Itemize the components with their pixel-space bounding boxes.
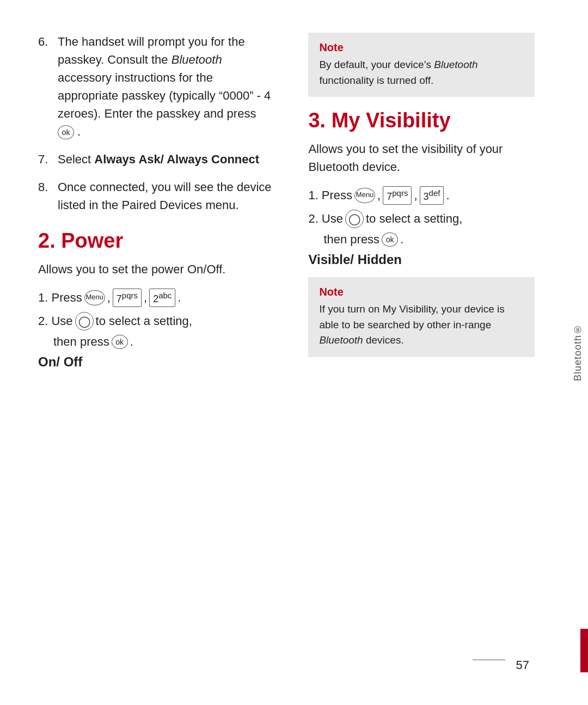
key-3def: 3def bbox=[420, 186, 444, 205]
menu-key-vis: Menu bbox=[354, 188, 375, 203]
visibility-options: Visible/ Hidden bbox=[308, 252, 535, 267]
section-visibility-desc: Allows you to set the visibility of your… bbox=[308, 140, 535, 176]
note-box-1: Note By default, your device’s Bluetooth… bbox=[308, 33, 535, 97]
visibility-step2-suffix: to select a setting, bbox=[366, 209, 462, 228]
page-number: 57 bbox=[516, 658, 535, 672]
vis-comma1: , bbox=[377, 186, 381, 205]
ok-button-icon: ok bbox=[58, 125, 74, 139]
power-step1-prefix: 1. Press bbox=[38, 288, 82, 307]
note-1-label: Note bbox=[319, 41, 524, 54]
key-2abc: 2abc bbox=[149, 289, 175, 307]
then-label-vis: then press bbox=[323, 232, 379, 247]
power-options: On/ Off bbox=[38, 354, 275, 370]
list-item-7: 7. Select Always Ask/ Always Connect bbox=[38, 150, 275, 168]
period2: . bbox=[130, 335, 133, 349]
visibility-step1-prefix: 1. Press bbox=[308, 186, 352, 205]
item-8-text: Once connected, you will see the device … bbox=[58, 178, 275, 214]
key-7pqrs-vis: 7pqrs bbox=[383, 186, 412, 205]
item-6-num: 6. bbox=[38, 33, 58, 140]
power-step2-line: 2. Use ◯ to select a setting, bbox=[38, 311, 275, 330]
visibility-step2-line: 2. Use ◯ to select a setting, bbox=[308, 209, 535, 228]
ok-icon-vis: ok bbox=[382, 232, 398, 247]
comma1: , bbox=[107, 288, 111, 307]
item-7-text: Select Always Ask/ Always Connect bbox=[58, 150, 259, 168]
comma2: , bbox=[144, 288, 147, 307]
visibility-step2-then: then press ok . bbox=[323, 232, 535, 247]
section-visibility: 3. My Visibility Allows you to set the v… bbox=[308, 109, 535, 267]
sidebar-label: Bluetooth® bbox=[572, 323, 584, 381]
footer: 57 bbox=[38, 626, 535, 672]
note-2-text: If you turn on My Visibility, your devic… bbox=[319, 302, 524, 348]
right-column: Note By default, your device’s Bluetooth… bbox=[308, 33, 535, 626]
visibility-step1: 1. Press Menu , 7pqrs , 3def . bbox=[308, 186, 535, 205]
vis-period2: . bbox=[400, 232, 403, 247]
ok-icon-power: ok bbox=[112, 335, 128, 349]
list-item-6: 6. The handset will prompt you for the p… bbox=[38, 33, 275, 140]
left-column: 6. The handset will prompt you for the p… bbox=[38, 33, 281, 626]
note-2-label: Note bbox=[319, 286, 524, 298]
list-item-8: 8. Once connected, you will see the devi… bbox=[38, 178, 275, 214]
section-power-heading: 2. Power bbox=[38, 229, 275, 253]
power-step2-suffix: to select a setting, bbox=[96, 311, 192, 330]
key-7pqrs: 7pqrs bbox=[113, 289, 142, 307]
then-label: then press bbox=[53, 335, 109, 349]
power-step2-prefix: 2. Use bbox=[38, 311, 73, 330]
section-visibility-heading: 3. My Visibility bbox=[308, 109, 535, 132]
power-step1: 1. Press Menu , 7pqrs , 2abc . bbox=[38, 288, 275, 307]
section-power-desc: Allows you to set the power On/Off. bbox=[38, 260, 275, 278]
menu-key: Menu bbox=[84, 290, 105, 305]
nav-circle-icon: ◯ bbox=[75, 312, 94, 330]
visibility-step2: 2. Use ◯ to select a setting, then press… bbox=[308, 209, 535, 247]
item-6-text: The handset will prompt you for the pass… bbox=[58, 33, 275, 140]
sidebar-bar bbox=[580, 629, 588, 672]
note-1-text: By default, your device’s Bluetooth func… bbox=[319, 57, 524, 88]
power-step2-then: then press ok . bbox=[53, 335, 275, 349]
item-7-num: 7. bbox=[38, 150, 58, 168]
power-step2: 2. Use ◯ to select a setting, then press… bbox=[38, 311, 275, 349]
vis-period: . bbox=[446, 186, 449, 205]
section-power: 2. Power Allows you to set the power On/… bbox=[38, 229, 275, 370]
visibility-step2-prefix: 2. Use bbox=[308, 209, 343, 228]
sidebar-tab: Bluetooth® bbox=[567, 0, 588, 705]
item-8-num: 8. bbox=[38, 178, 58, 214]
vis-comma2: , bbox=[414, 186, 417, 205]
note-box-2: Note If you turn on My Visibility, your … bbox=[308, 277, 535, 357]
nav-circle-icon-vis: ◯ bbox=[345, 210, 364, 228]
period1: . bbox=[177, 288, 181, 307]
